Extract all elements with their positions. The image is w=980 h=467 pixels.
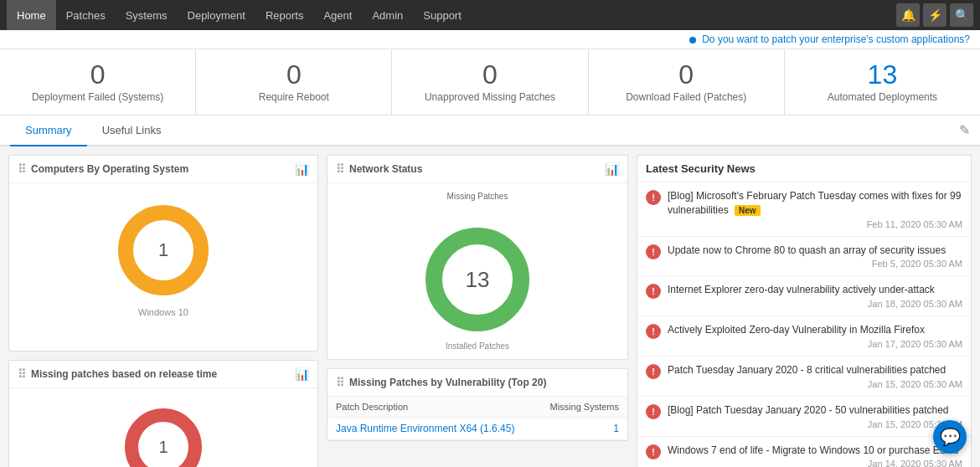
drag-handle-vuln: ⠿: [336, 376, 344, 389]
tab-useful-links[interactable]: Useful Links: [87, 115, 177, 146]
panel-network-title: Network Status: [349, 163, 422, 175]
news-content: Patch Tuesday January 2020 - 8 critical …: [668, 363, 962, 389]
tabs-bar: Summary Useful Links ✎: [0, 115, 980, 146]
news-date: Jan 18, 2020 05:30 AM: [668, 299, 962, 309]
nav-admin[interactable]: Admin: [362, 0, 413, 30]
table-row: Java Runtime Environment X64 (1.6.45) 1: [328, 418, 627, 440]
missing-patches-label: Missing Patches: [447, 192, 508, 201]
news-content: Internet Explorer zero-day vulnerability…: [668, 283, 962, 309]
os-donut: 1: [113, 200, 214, 300]
news-content: [Blog] Patch Tuesday January 2020 - 50 v…: [668, 403, 962, 429]
news-title[interactable]: Windows 7 end of life - Migrate to Windo…: [668, 444, 962, 458]
notification-icon[interactable]: 🔔: [896, 3, 920, 27]
stat-label-require-reboot: Require Reboot: [203, 91, 384, 103]
chart-bar-icon-release[interactable]: 📊: [295, 367, 309, 381]
os-donut-label: 1: [158, 239, 168, 261]
panel-os-title: Computers By Operating System: [31, 163, 188, 175]
list-item: ! Actively Exploited Zero-day Vulnerabil…: [637, 316, 971, 357]
stat-label-deployment-failed: Deployment Failed (Systems): [7, 91, 188, 103]
stat-label-download-failed: Download Failed (Patches): [596, 91, 777, 103]
nav-agent[interactable]: Agent: [313, 0, 362, 30]
release-donut-label: 1: [158, 438, 168, 457]
stat-require-reboot[interactable]: 0 Require Reboot: [196, 49, 392, 115]
news-warning-icon: !: [646, 190, 661, 205]
chart-bar-icon[interactable]: 📊: [295, 162, 309, 176]
news-panel: Latest Security News ! [Blog] Microsoft'…: [637, 155, 972, 467]
patch-link[interactable]: Java Runtime Environment X64 (1.6.45): [336, 423, 514, 434]
panel-network-status: ⠿ Network Status 📊 Missing Patches 13: [327, 155, 628, 360]
drag-handle-release: ⠿: [18, 367, 26, 381]
news-header: Latest Security News: [637, 156, 971, 182]
news-title[interactable]: [Blog] Microsoft's February Patch Tuesda…: [668, 189, 962, 218]
panel-network-header: ⠿ Network Status 📊: [328, 156, 627, 183]
news-title[interactable]: Patch Tuesday January 2020 - 8 critical …: [668, 363, 962, 377]
nav-deployment[interactable]: Deployment: [178, 0, 255, 30]
new-badge: New: [735, 205, 761, 216]
news-title[interactable]: Actively Exploited Zero-day Vulnerabilit…: [668, 323, 962, 337]
stat-deployment-failed[interactable]: 0 Deployment Failed (Systems): [0, 49, 196, 115]
promo-link[interactable]: Do you want to patch your enterprise's c…: [702, 33, 970, 45]
chat-button[interactable]: 💬: [933, 420, 967, 454]
panel-release-title: Missing patches based on release time: [31, 368, 217, 380]
release-donut: 1: [121, 405, 205, 467]
os-chart-area: 1 Windows 10: [9, 183, 317, 351]
stat-label-automated: Automated Deployments: [792, 91, 973, 103]
search-icon[interactable]: 🔍: [950, 3, 973, 27]
patch-table: Patch Description Missing Systems Java R…: [328, 397, 627, 440]
news-content: Actively Exploited Zero-day Vulnerabilit…: [668, 323, 962, 349]
news-title[interactable]: [Blog] Patch Tuesday January 2020 - 50 v…: [668, 403, 962, 418]
list-item: ! [Blog] Microsoft's February Patch Tues…: [637, 182, 971, 237]
nav-systems[interactable]: Systems: [116, 0, 178, 30]
panel-vuln-header: ⠿ Missing Patches by Vulnerability (Top …: [328, 369, 627, 397]
list-item: ! [Blog] Patch Tuesday January 2020 - 50…: [637, 397, 971, 437]
stat-automated[interactable]: 13 Automated Deployments: [785, 49, 980, 115]
network-chart-area: Missing Patches 13 Installed Patches: [328, 183, 627, 359]
drag-handle-os: ⠿: [18, 162, 26, 176]
stat-number-require-reboot: 0: [203, 61, 384, 88]
news-warning-icon: !: [646, 404, 661, 419]
stat-download-failed[interactable]: 0 Download Failed (Patches): [589, 49, 785, 115]
list-item: ! Internet Explorer zero-day vulnerabili…: [637, 276, 971, 316]
news-date: Jan 17, 2020 05:30 AM: [668, 339, 962, 349]
patch-systems-link[interactable]: 1: [613, 423, 619, 434]
news-title[interactable]: Internet Explorer zero-day vulnerability…: [668, 283, 962, 297]
right-column: Latest Security News ! [Blog] Microsoft'…: [637, 155, 972, 467]
news-warning-icon: !: [646, 364, 661, 379]
nav-reports[interactable]: Reports: [255, 0, 314, 30]
edit-icon[interactable]: ✎: [959, 122, 970, 138]
news-content: Update now to Chrome 80 to quash an arra…: [668, 244, 962, 269]
release-chart-area: 1: [9, 388, 317, 467]
stat-number-download-failed: 0: [596, 61, 777, 88]
mid-column: ⠿ Network Status 📊 Missing Patches 13: [327, 155, 628, 467]
list-item: ! Update now to Chrome 80 to quash an ar…: [637, 237, 971, 277]
news-list: ! [Blog] Microsoft's February Patch Tues…: [637, 182, 971, 467]
network-donut: 13: [419, 221, 536, 338]
news-title[interactable]: Update now to Chrome 80 to quash an arra…: [668, 244, 962, 258]
nav-patches[interactable]: Patches: [56, 0, 116, 30]
nav-support[interactable]: Support: [413, 0, 472, 30]
stat-unapproved[interactable]: 0 Unapproved Missing Patches: [392, 49, 588, 115]
left-column: ⠿ Computers By Operating System 📊 1 Wind…: [8, 155, 318, 467]
promo-bar: Do you want to patch your enterprise's c…: [0, 30, 980, 49]
panel-release-patches: ⠿ Missing patches based on release time …: [8, 360, 318, 467]
lightning-icon[interactable]: ⚡: [923, 3, 946, 27]
col-systems: Missing Systems: [536, 397, 627, 418]
nav-home[interactable]: Home: [7, 0, 56, 30]
news-date: Feb 5, 2020 05:30 AM: [668, 259, 962, 269]
promo-dot: [689, 37, 696, 44]
news-date: Jan 14, 2020 05:30 AM: [668, 459, 962, 467]
patch-systems: 1: [536, 418, 627, 440]
tab-summary[interactable]: Summary: [10, 115, 87, 146]
chart-bar-icon-network[interactable]: 📊: [605, 162, 619, 176]
news-content: [Blog] Microsoft's February Patch Tuesda…: [668, 189, 962, 229]
list-item: ! Patch Tuesday January 2020 - 8 critica…: [637, 357, 971, 397]
drag-handle-network: ⠿: [336, 162, 344, 176]
stat-number-unapproved: 0: [399, 61, 580, 88]
os-legend: Windows 10: [138, 307, 188, 317]
panel-vuln-title: Missing Patches by Vulnerability (Top 20…: [349, 377, 546, 388]
patch-description: Java Runtime Environment X64 (1.6.45): [328, 418, 536, 440]
nav-icons: 🔔 ⚡ 🔍: [896, 3, 973, 27]
panel-os-chart: ⠿ Computers By Operating System 📊 1 Wind…: [8, 155, 318, 352]
stat-number-deployment-failed: 0: [7, 61, 188, 88]
news-warning-icon: !: [646, 244, 661, 259]
